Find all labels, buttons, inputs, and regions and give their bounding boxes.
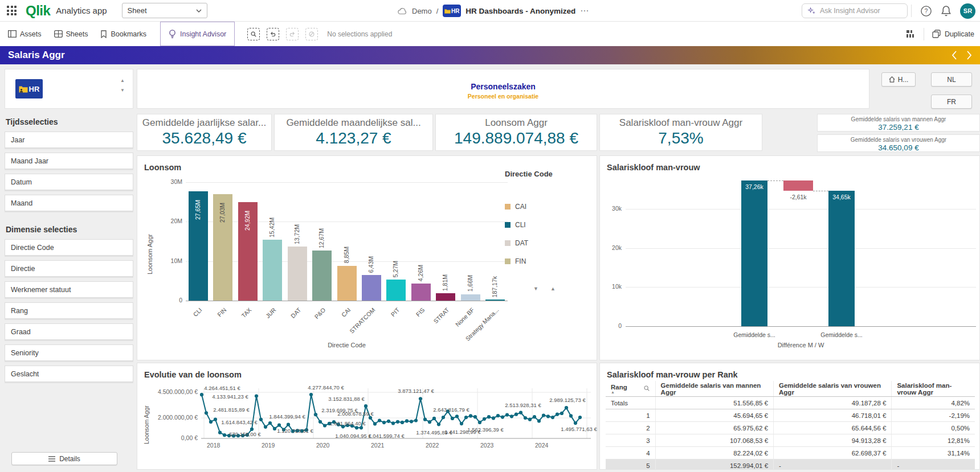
kpi-jaarlijks-salaris[interactable]: Gemiddelde jaarlijkse salar... 35.628,49…	[137, 114, 272, 151]
table-cell[interactable]: 2	[606, 422, 656, 434]
data-point[interactable]	[565, 406, 568, 409]
data-point[interactable]	[464, 416, 468, 419]
data-point[interactable]	[514, 413, 518, 416]
insight-advisor-button[interactable]: Insight Advisor	[160, 22, 235, 46]
lang-nl-button[interactable]: NL	[931, 72, 972, 87]
data-point[interactable]	[401, 421, 404, 424]
filter-item-rang[interactable]: Rang	[5, 302, 133, 319]
data-point[interactable]	[510, 414, 513, 418]
app-launcher-icon[interactable]	[7, 6, 17, 15]
data-point[interactable]	[451, 417, 454, 420]
kpi-salaris-vrouwen[interactable]: Gemiddelde salaris van vrouwen Aggr 34.6…	[817, 134, 980, 152]
table-row[interactable]: 145.694,65 €46.718,01 €-2,19%	[606, 409, 975, 422]
data-point[interactable]	[551, 416, 554, 419]
legend-item-FIN[interactable]: FIN	[505, 257, 526, 265]
data-point[interactable]	[501, 416, 504, 419]
user-avatar[interactable]: SR	[960, 3, 975, 19]
data-point[interactable]	[432, 417, 436, 420]
data-point[interactable]	[496, 414, 500, 417]
bar-JUR[interactable]	[263, 240, 282, 301]
clear-selections-icon[interactable]	[305, 28, 318, 40]
legend-item-DAT[interactable]: DAT	[505, 239, 528, 247]
sheet-selector[interactable]: Sheet	[122, 3, 207, 18]
data-point[interactable]	[473, 415, 477, 418]
data-point[interactable]	[259, 418, 263, 421]
bar-PIT[interactable]	[386, 280, 406, 301]
table-row[interactable]: 482.224,02 €62.698,37 €31,14%	[606, 447, 975, 459]
waterfall-bar-2[interactable]	[783, 180, 813, 191]
data-point[interactable]	[391, 421, 395, 425]
kpi-loonsom[interactable]: Loonsom Aggr 149.889.074,88 €	[435, 114, 597, 151]
more-menu-icon[interactable]: ⋯	[580, 6, 589, 16]
details-button[interactable]: Details	[11, 452, 117, 465]
search-selections-icon[interactable]	[247, 28, 260, 40]
data-point[interactable]	[273, 427, 276, 430]
data-point[interactable]	[556, 413, 559, 416]
data-point[interactable]	[314, 413, 317, 416]
data-point[interactable]	[264, 425, 267, 429]
bar-None BF[interactable]	[461, 294, 480, 301]
data-point[interactable]	[410, 420, 413, 423]
data-point[interactable]	[277, 424, 281, 427]
insight-advisor-search[interactable]: Ask Insight Advisor	[802, 3, 908, 18]
waterfall-bar-1[interactable]	[741, 180, 767, 326]
data-point[interactable]	[533, 415, 536, 418]
filter-item-maand[interactable]: Maand	[5, 195, 133, 211]
spinner-down-icon[interactable]: ▼	[120, 88, 125, 93]
data-point[interactable]	[469, 414, 472, 417]
data-point[interactable]	[396, 420, 399, 424]
table-cell[interactable]: 5	[606, 459, 656, 470]
search-icon[interactable]	[643, 385, 650, 393]
data-point[interactable]	[255, 395, 258, 398]
data-point[interactable]	[460, 422, 463, 425]
legend-scroll-down-icon[interactable]: ▼	[533, 286, 538, 292]
data-point[interactable]	[405, 419, 409, 422]
kpi-salariskloof[interactable]: Salariskloof man-vrouw Aggr 7,53%	[599, 114, 762, 151]
next-sheet-icon[interactable]	[966, 51, 972, 60]
data-point[interactable]	[487, 415, 491, 418]
data-point[interactable]	[214, 418, 217, 421]
filter-item-seniority[interactable]: Seniority	[5, 344, 133, 361]
filter-item-werknemer-statuut[interactable]: Werknemer statuut	[5, 281, 133, 298]
data-point[interactable]	[382, 421, 386, 424]
legend-item-CLI[interactable]: CLI	[505, 221, 526, 229]
data-point[interactable]	[442, 416, 445, 419]
assets-button[interactable]: Assets	[8, 30, 42, 38]
breadcrumb-space[interactable]: Demo	[412, 7, 432, 15]
bar-DAT[interactable]	[288, 247, 307, 301]
data-point[interactable]	[373, 422, 377, 425]
data-point[interactable]	[218, 431, 222, 434]
data-point[interactable]	[364, 404, 368, 408]
table-row[interactable]: 5152.994,01 €--	[606, 459, 975, 470]
notifications-bell-icon[interactable]	[941, 5, 952, 17]
filter-item-graad[interactable]: Graad	[5, 323, 133, 340]
filter-item-directie[interactable]: Directie	[5, 260, 133, 277]
column-header-3[interactable]: Salariskloof man-vrouw Aggr	[892, 381, 975, 396]
filter-item-geslacht[interactable]: Geslacht	[5, 366, 133, 382]
data-point[interactable]	[578, 416, 582, 419]
data-point[interactable]	[205, 411, 208, 414]
qlik-logo[interactable]: Qlik	[26, 3, 50, 19]
bar-CAI[interactable]	[337, 266, 357, 301]
waterfall-bar-3[interactable]	[828, 191, 855, 326]
column-header-1[interactable]: Gemiddelde salaris van mannen Aggr	[656, 381, 774, 396]
data-point[interactable]	[223, 433, 226, 437]
filter-item-maand-jaar[interactable]: Maand Jaar	[5, 153, 133, 169]
data-point[interactable]	[318, 420, 322, 424]
filter-item-directie-code[interactable]: Directie Code	[5, 239, 133, 256]
data-point[interactable]	[268, 421, 272, 425]
data-point[interactable]	[355, 426, 358, 429]
data-point[interactable]	[378, 418, 381, 422]
data-point[interactable]	[537, 419, 541, 422]
kpi-salaris-mannen[interactable]: Gemiddelde salaris van mannen Aggr 37.25…	[817, 114, 980, 132]
table-row[interactable]: 265.975,62 €65.644,56 €0,50%	[606, 422, 975, 434]
data-point[interactable]	[528, 418, 532, 421]
legend-item-CAI[interactable]: CAI	[505, 203, 526, 211]
bar-Strategy Mana...[interactable]	[485, 299, 505, 301]
data-point[interactable]	[546, 414, 550, 418]
spinner-up-icon[interactable]: ▲	[120, 79, 125, 83]
data-point[interactable]	[287, 423, 290, 426]
data-point[interactable]	[419, 397, 422, 400]
data-point[interactable]	[309, 393, 313, 396]
table-row[interactable]: 3107.068,53 €94.913,28 €12,81%	[606, 434, 975, 447]
